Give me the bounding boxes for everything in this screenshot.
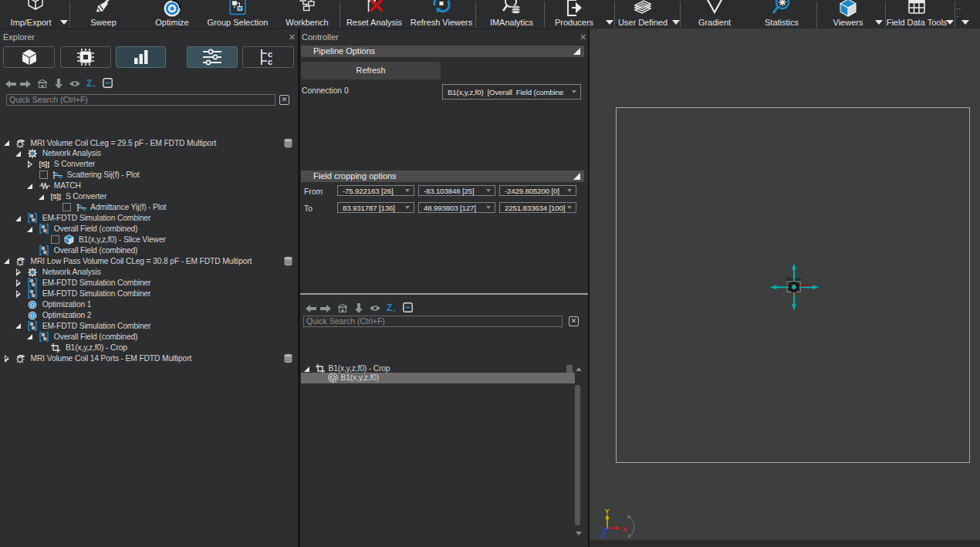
svg-text:Z: Z xyxy=(601,532,606,539)
svg-text:Y: Y xyxy=(605,508,610,515)
svg-text:c: c xyxy=(268,57,272,66)
svg-text:X: X xyxy=(623,525,627,533)
